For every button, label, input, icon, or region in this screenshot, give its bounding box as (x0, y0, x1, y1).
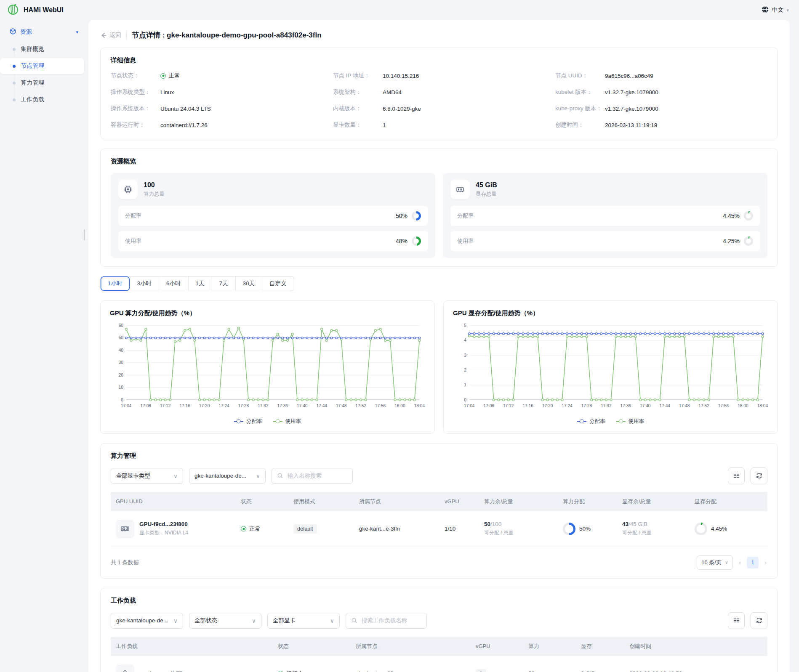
detail-field: kube-proxy 版本：v1.32.7-gke.1079000 (555, 105, 767, 112)
workloads-status-value: 全部状态 (194, 617, 217, 624)
chevron-down-icon: ▾ (76, 29, 78, 35)
back-button[interactable]: 返回 (100, 32, 121, 39)
compute-search-input[interactable] (287, 472, 347, 479)
gpu-uuid-cell: GPU-f9cd...23f800显卡类型：NVIDIA L4 (111, 520, 236, 538)
mode-badge: default (293, 524, 317, 534)
time-tab-3小时[interactable]: 3小时 (130, 276, 159, 291)
legend-item-使用率[interactable]: 使用率 (273, 418, 301, 425)
compute-filters: 全部显卡类型 ∨ gke-kantaloupe-de... ∨ (111, 467, 767, 484)
overview-cards: 100算力总量分配率50%使用率48%45 GiB显存总量分配率4.45%使用率… (111, 173, 767, 258)
compute-col-状态: 状态 (236, 498, 288, 505)
workloads-table-header: 工作负载状态所属节点vGPU算力显存创建时间 (111, 637, 767, 656)
sidebar-item-集群概览[interactable]: 集群概览 (0, 41, 84, 57)
metric-label: 分配率 (457, 212, 474, 220)
detail-label: 显卡数量： (333, 121, 383, 129)
sidebar-items: 集群概览节点管理算力管理工作负载 (0, 41, 84, 108)
sidebar-item-工作负载[interactable]: 工作负载 (0, 92, 84, 108)
overview-card-header: 45 GiB显存总量 (450, 180, 760, 199)
detail-field: 显卡数量：1 (333, 121, 545, 129)
mem-alloc-cell: 4.45% (690, 523, 767, 535)
workloads-search-input[interactable] (361, 617, 421, 624)
detail-value: 正常 (160, 72, 180, 80)
workloads-node-select[interactable]: gke-kantaloupe-de... ∨ (111, 613, 183, 629)
overview-card: 资源概览 100算力总量分配率50%使用率48%45 GiB显存总量分配率4.4… (100, 149, 778, 267)
detail-value-text: v1.32.7-gke.1079000 (605, 106, 658, 112)
detail-value: 9a615c96...a06c49 (605, 73, 653, 79)
brand-title: HAMi WebUI (24, 6, 64, 14)
time-tab-30天[interactable]: 30天 (235, 276, 262, 291)
detail-field: 容器运行时：containerd://1.7.26 (111, 121, 323, 129)
workloads-status-select[interactable]: 全部状态 ∨ (189, 613, 261, 629)
compute-table-footer: 共 1 条数据10 条/页∨‹1› (111, 547, 767, 570)
compute-col-vGPU: vGPU (439, 498, 479, 505)
back-label: 返回 (109, 32, 121, 39)
column-settings-button[interactable] (728, 612, 745, 629)
legend-item-使用率[interactable]: 使用率 (616, 418, 645, 425)
workloads-filters: gke-kantaloupe-de... ∨ 全部状态 ∨ 全部显卡 ∨ (111, 612, 767, 629)
time-tab-1天[interactable]: 1天 (188, 276, 212, 291)
page-size-select[interactable]: 10 条/页∨ (697, 555, 733, 570)
legend-item-分配率[interactable]: 分配率 (234, 418, 262, 425)
metric-value: 4.25% (723, 238, 740, 244)
time-tab-6小时[interactable]: 6小时 (159, 276, 188, 291)
table-row: gpuburn-...-lb77m运行中gke-kant...e-3fln150… (111, 656, 767, 672)
refresh-icon (756, 472, 763, 479)
chevron-down-icon: ∨ (173, 473, 178, 479)
detail-label: 节点 UUID： (555, 72, 605, 80)
overview-card-text: 100算力总量 (144, 181, 165, 198)
legend-item-分配率[interactable]: 分配率 (577, 418, 605, 425)
chevron-down-icon: ∨ (252, 617, 256, 624)
gpu-name[interactable]: GPU-f9cd...23f800 (139, 521, 188, 527)
overview-card: 100算力总量分配率50%使用率48% (111, 173, 435, 258)
svg-text:17:28: 17:28 (581, 404, 592, 408)
detail-value-text: 正常 (169, 72, 180, 80)
overview-card-value: 45 GiB (476, 181, 497, 189)
svg-text:17:48: 17:48 (679, 404, 690, 408)
time-tab-7天[interactable]: 7天 (212, 276, 235, 291)
time-tab-1小时[interactable]: 1小时 (101, 276, 130, 291)
time-range-tabs: 1小时3小时6小时1天7天30天自定义 (100, 276, 294, 291)
compute-col-所属节点: 所属节点 (354, 498, 439, 505)
detail-value: v1.32.7-gke.1079000 (605, 89, 658, 96)
page-number[interactable]: 1 (747, 557, 759, 568)
compute-col-显存余/总量: 显存余/总量 (617, 498, 690, 505)
prev-page-button[interactable]: ‹ (738, 559, 742, 566)
chevron-down-icon: ∨ (256, 473, 260, 479)
detail-label: 操作系统版本： (111, 105, 160, 112)
sidebar-collapse-handle[interactable] (84, 229, 85, 240)
chart-legend: 分配率使用率 (110, 417, 425, 429)
compute-node-value: gke-kantaloupe-de... (194, 473, 246, 479)
svg-text:17:36: 17:36 (621, 404, 631, 408)
memory-icon (450, 180, 470, 199)
sidebar-item-算力管理[interactable]: 算力管理 (0, 75, 84, 91)
workloads-gpu-select[interactable]: 全部显卡 ∨ (267, 613, 340, 629)
time-tab-自定义[interactable]: 自定义 (262, 276, 294, 291)
sidebar-item-dot (13, 98, 16, 101)
gpu-type-select[interactable]: 全部显卡类型 ∨ (111, 468, 183, 484)
column-settings-button[interactable] (728, 467, 745, 484)
overview-card: 45 GiB显存总量分配率4.45%使用率4.25% (443, 173, 767, 258)
legend-marker-icon (616, 419, 626, 423)
overview-metric-row: 分配率4.45% (450, 206, 760, 226)
detail-label: 节点状态： (111, 72, 160, 80)
detail-label: 容器运行时： (111, 121, 160, 129)
detail-value: Linux (160, 89, 174, 96)
sidebar-item-节点管理[interactable]: 节点管理 (0, 58, 84, 74)
refresh-button[interactable] (751, 467, 767, 484)
workload-name[interactable]: gpuburn-...-lb77m (139, 670, 187, 672)
compute-node-select[interactable]: gke-kantaloupe-de... ∨ (189, 468, 266, 484)
sidebar-item-label: 节点管理 (21, 62, 44, 70)
sidebar-item-dot (13, 65, 16, 68)
metric-label: 使用率 (125, 237, 141, 245)
search-icon (277, 473, 283, 479)
core-total-value: /100 (490, 521, 501, 527)
refresh-button[interactable] (751, 612, 767, 629)
compute-col-显存分配: 显存分配 (690, 498, 767, 505)
language-selector[interactable]: 中文 ▾ (762, 6, 789, 14)
next-page-button[interactable]: › (764, 559, 767, 566)
detail-value: 1 (383, 122, 386, 128)
detail-value: Ubuntu 24.04.3 LTS (160, 106, 211, 112)
sidebar-group-resources[interactable]: 资源 ▾ (0, 24, 84, 40)
detail-value-text: Linux (160, 89, 174, 96)
details-column: 节点 IP 地址：10.140.15.216系统架构：AMD64内核版本：6.8… (333, 72, 545, 130)
